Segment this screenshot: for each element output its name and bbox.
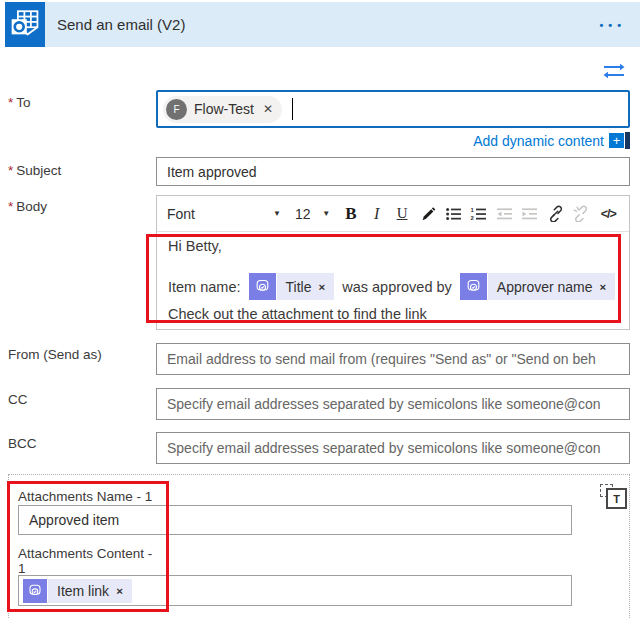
richtext-toolbar: Font ▼ 12 ▼ B I U (157, 196, 629, 232)
svg-text:2: 2 (471, 215, 475, 221)
approvals-icon (460, 273, 487, 300)
link-icon (547, 205, 564, 222)
required-marker: * (8, 95, 13, 110)
cc-placeholder: Specify email addresses separated by sem… (167, 396, 601, 412)
body-line-footer: Check out the attachment to find the lin… (168, 306, 427, 322)
subject-field-label: *Subject (8, 163, 61, 179)
action-header[interactable]: Send an email (V2) ••• (45, 2, 640, 47)
chevron-down-icon: ▼ (273, 209, 281, 218)
dynamic-content-icon: + (609, 132, 630, 149)
bcc-input[interactable]: Specify email addresses separated by sem… (156, 432, 630, 464)
decrease-indent-button[interactable] (491, 200, 517, 228)
more-options-button[interactable]: ••• (599, 2, 626, 47)
add-dynamic-content-label: Add dynamic content (473, 133, 604, 149)
remove-link-button[interactable] (568, 200, 594, 228)
bcc-field-label: BCC (8, 436, 37, 452)
bullet-list-button[interactable] (440, 200, 466, 228)
bold-button[interactable]: B (338, 200, 364, 228)
token-label: Approver name (497, 279, 593, 295)
recipient-chip[interactable]: F Flow-Test ✕ (163, 96, 282, 123)
cc-field-label: CC (8, 392, 28, 408)
add-dynamic-content-link[interactable]: Add dynamic content + (473, 132, 630, 149)
token-label: Title (286, 279, 312, 295)
recipient-name: Flow-Test (194, 101, 254, 117)
svg-text:1: 1 (471, 206, 475, 212)
dynamic-token-title[interactable]: Title × (249, 273, 335, 300)
outlook-icon (7, 5, 43, 45)
avatar: F (166, 99, 187, 120)
subject-input[interactable]: Item approved (156, 157, 630, 186)
outlook-connector-icon (5, 2, 45, 47)
to-field-label: *To (8, 95, 31, 111)
switch-to-array-button[interactable]: T (600, 484, 630, 512)
from-input[interactable]: Email address to send mail from (require… (156, 343, 630, 375)
attachment-name-value: Approved item (29, 512, 119, 528)
body-text: Item name: (168, 279, 241, 295)
increase-indent-icon (521, 206, 538, 222)
approvals-icon (249, 273, 276, 300)
attachment-content-input[interactable]: Item link × (18, 575, 572, 606)
decrease-indent-icon (496, 206, 513, 222)
required-marker: * (8, 163, 13, 178)
to-input[interactable]: F Flow-Test ✕ (156, 90, 630, 128)
action-title: Send an email (V2) (57, 16, 185, 33)
attachment-name-label: Attachments Name - 1 (18, 489, 152, 505)
italic-button[interactable]: I (364, 200, 390, 228)
remove-token-icon[interactable]: × (318, 281, 325, 293)
body-line-greeting: Hi Betty, (168, 238, 222, 254)
attachment-content-label: Attachments Content - 1 (18, 546, 152, 576)
numbered-list-icon: 12 (470, 206, 487, 222)
highlight-pen-button[interactable] (415, 200, 441, 228)
font-size-dropdown[interactable]: 12 ▼ (293, 206, 332, 222)
font-family-dropdown[interactable]: Font ▼ (163, 206, 285, 222)
swap-arrows-icon (601, 61, 627, 83)
bcc-placeholder: Specify email addresses separated by sem… (167, 440, 601, 456)
text-mode-icon: T (606, 488, 627, 509)
underline-button[interactable]: U (389, 200, 415, 228)
dynamic-token-approver[interactable]: Approver name × (460, 273, 615, 300)
approvals-icon (23, 579, 47, 603)
dynamic-token-item-link[interactable]: Item link × (23, 579, 132, 603)
required-marker: * (8, 199, 13, 214)
remove-token-icon[interactable]: × (116, 585, 123, 597)
text-cursor (292, 98, 293, 120)
numbered-list-button[interactable]: 12 (466, 200, 492, 228)
insert-link-button[interactable] (543, 200, 569, 228)
body-field-label: *Body (8, 199, 47, 215)
from-placeholder: Email address to send mail from (require… (167, 351, 596, 367)
body-line-tokens: Item name: Title × was approved by (168, 273, 615, 300)
body-text: was approved by (342, 279, 452, 295)
cc-input[interactable]: Specify email addresses separated by sem… (156, 388, 630, 420)
switch-input-mode-button[interactable] (601, 61, 627, 83)
unlink-icon (572, 205, 589, 222)
pen-icon (420, 206, 436, 222)
token-label: Item link (57, 583, 109, 599)
subject-value: Item approved (167, 164, 257, 180)
code-icon: </> (601, 207, 616, 221)
body-editor[interactable]: Font ▼ 12 ▼ B I U (156, 195, 630, 330)
remove-recipient-icon[interactable]: ✕ (263, 102, 273, 116)
from-field-label: From (Send as) (8, 347, 102, 363)
code-view-button[interactable]: </> (594, 200, 623, 228)
chevron-down-icon: ▼ (322, 209, 330, 218)
increase-indent-button[interactable] (517, 200, 543, 228)
send-email-action-card: Send an email (V2) ••• *To F Flow-Test ✕… (0, 0, 642, 618)
body-content[interactable]: Hi Betty, Item name: Title × was (157, 232, 629, 330)
attachment-name-input[interactable]: Approved item (18, 505, 572, 535)
bullet-list-icon (445, 206, 462, 222)
remove-token-icon[interactable]: × (600, 281, 607, 293)
